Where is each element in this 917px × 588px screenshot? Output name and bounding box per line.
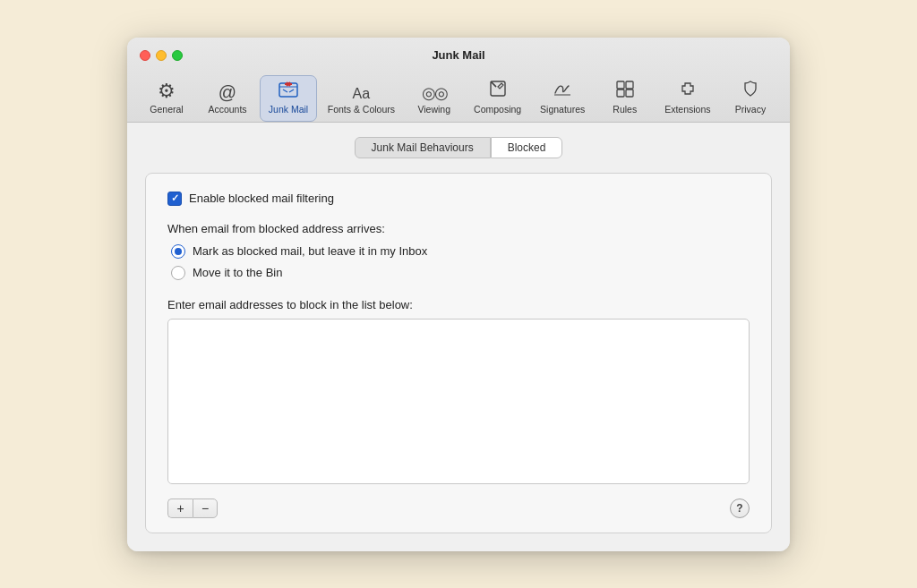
toolbar-label-extensions: Extensions: [664, 104, 710, 115]
toolbar-label-junk-mail: Junk Mail: [269, 104, 308, 115]
radio-group: Mark as blocked mail, but leave it in my…: [171, 244, 750, 280]
remove-button[interactable]: −: [193, 499, 218, 518]
toolbar-item-fonts-colours[interactable]: Aa Fonts & Colours: [321, 81, 402, 122]
extensions-icon: [678, 80, 698, 101]
svg-line-2: [283, 89, 287, 92]
window-title: Junk Mail: [432, 48, 484, 62]
svg-rect-13: [617, 89, 624, 97]
composing-icon: [489, 80, 507, 101]
add-button[interactable]: +: [167, 499, 193, 518]
toolbar-label-composing: Composing: [474, 104, 521, 115]
at-icon: @: [219, 83, 236, 101]
junk-mail-icon: [279, 81, 298, 101]
toolbar-item-accounts[interactable]: @ Accounts: [199, 78, 256, 122]
privacy-icon: [741, 80, 760, 101]
tab-blocked[interactable]: Blocked: [491, 137, 563, 158]
panel: Enable blocked mail filtering When email…: [145, 173, 772, 533]
toolbar-item-viewing[interactable]: ◎◎ Viewing: [406, 80, 463, 122]
toolbar-label-accounts: Accounts: [208, 104, 246, 115]
minimize-button[interactable]: [156, 50, 167, 61]
titlebar: Junk Mail ⚙ General @ Accounts: [127, 38, 790, 123]
radio-mark-blocked[interactable]: [171, 244, 185, 259]
toolbar-item-general[interactable]: ⚙ General: [138, 76, 195, 122]
toolbar-item-signatures[interactable]: Signatures: [533, 74, 593, 122]
email-list-box[interactable]: [167, 319, 750, 484]
when-email-label: When email from blocked address arrives:: [167, 222, 750, 235]
rules-icon: [615, 80, 635, 101]
toolbar: ⚙ General @ Accounts: [127, 71, 790, 122]
toolbar-item-privacy[interactable]: Privacy: [722, 74, 779, 122]
fonts-icon: Aa: [353, 87, 371, 101]
radio-move-to-bin[interactable]: [171, 266, 185, 280]
toolbar-item-rules[interactable]: Rules: [596, 74, 654, 122]
toolbar-label-signatures: Signatures: [540, 104, 585, 115]
svg-rect-12: [626, 81, 633, 89]
radio-row-mark-blocked: Mark as blocked mail, but leave it in my…: [171, 244, 750, 259]
bottom-bar: + − ?: [167, 491, 750, 518]
main-window: Junk Mail ⚙ General @ Accounts: [127, 38, 790, 551]
toolbar-label-privacy: Privacy: [735, 104, 766, 115]
toolbar-label-viewing: Viewing: [417, 104, 450, 115]
enable-filtering-label: Enable blocked mail filtering: [189, 192, 334, 205]
radio-label-mark-blocked: Mark as blocked mail, but leave it in my…: [193, 244, 427, 258]
enable-filtering-checkbox[interactable]: [167, 192, 182, 206]
toolbar-label-rules: Rules: [613, 104, 637, 115]
content-area: Junk Mail Behaviours Blocked Enable bloc…: [127, 123, 790, 551]
signatures-icon: [553, 80, 572, 101]
toolbar-label-fonts-colours: Fonts & Colours: [328, 104, 395, 115]
tab-junk-mail-behaviours[interactable]: Junk Mail Behaviours: [355, 137, 491, 158]
radio-label-move-to-bin: Move it to the Bin: [193, 266, 282, 279]
toolbar-label-general: General: [150, 104, 183, 115]
traffic-lights: [140, 50, 183, 61]
list-label: Enter email addresses to block in the li…: [167, 298, 750, 311]
radio-row-move-to-bin: Move it to the Bin: [171, 266, 750, 280]
help-button[interactable]: ?: [730, 499, 750, 518]
svg-line-3: [289, 89, 294, 92]
tab-bar: Junk Mail Behaviours Blocked: [145, 137, 772, 158]
maximize-button[interactable]: [172, 50, 183, 61]
close-button[interactable]: [140, 50, 150, 61]
svg-rect-14: [626, 89, 633, 97]
toolbar-item-junk-mail[interactable]: Junk Mail: [260, 75, 317, 122]
svg-rect-11: [617, 81, 624, 89]
viewing-icon: ◎◎: [422, 85, 447, 101]
gear-icon: ⚙: [158, 81, 176, 101]
enable-filtering-row: Enable blocked mail filtering: [167, 192, 750, 206]
toolbar-item-composing[interactable]: Composing: [467, 74, 529, 122]
toolbar-item-extensions[interactable]: Extensions: [657, 74, 718, 122]
svg-line-9: [491, 81, 496, 87]
add-remove-buttons: + −: [167, 499, 218, 518]
